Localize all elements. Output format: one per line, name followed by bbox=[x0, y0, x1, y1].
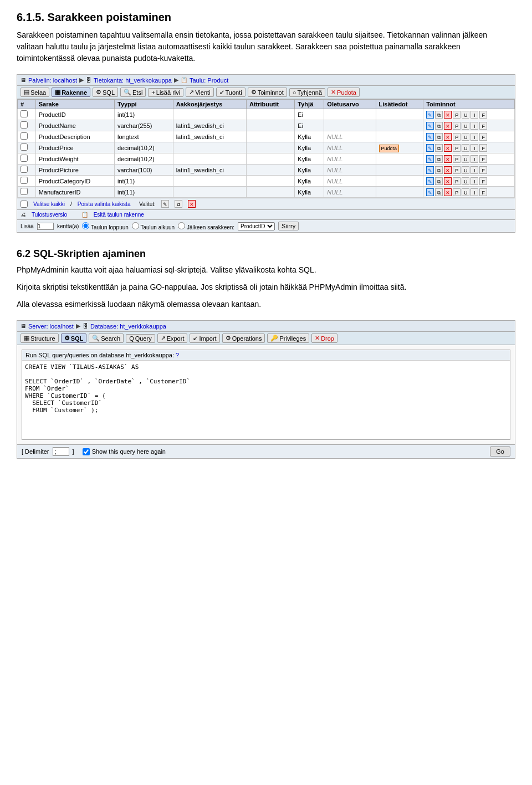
after-column-select[interactable]: ProductID bbox=[238, 222, 275, 230]
pma2-btn-import[interactable]: ↙ Import bbox=[190, 334, 219, 343]
row-checkbox-5[interactable] bbox=[21, 155, 28, 162]
edit-icon[interactable]: ✎ bbox=[426, 188, 434, 196]
pma1-btn-sql[interactable]: ⚙ SQL bbox=[93, 88, 118, 97]
copy-icon[interactable]: ⧉ bbox=[435, 144, 443, 152]
unique-icon[interactable]: U bbox=[462, 144, 469, 152]
help-icon[interactable]: ? bbox=[176, 352, 179, 358]
copy-icon[interactable]: ⧉ bbox=[435, 155, 443, 163]
pma2-btn-sql[interactable]: ⚙ SQL bbox=[61, 334, 87, 343]
pma2-server[interactable]: Server: localhost bbox=[28, 323, 74, 330]
select-all-checkbox[interactable] bbox=[21, 201, 28, 208]
index-icon[interactable]: I bbox=[470, 133, 478, 141]
primary-icon[interactable]: P bbox=[453, 122, 461, 130]
pma1-btn-tyhjenna[interactable]: ○ Tyhjennä bbox=[289, 88, 325, 97]
tulostus-link[interactable]: Tulostusversio bbox=[32, 212, 67, 218]
row-checkbox-4[interactable] bbox=[21, 143, 28, 151]
unique-icon[interactable]: U bbox=[462, 111, 469, 119]
delimiter-input[interactable] bbox=[53, 447, 69, 456]
pma2-btn-privileges[interactable]: 🔑 Privileges bbox=[267, 334, 309, 343]
radio-jalkeen[interactable] bbox=[178, 222, 185, 229]
delete-icon[interactable]: ✕ bbox=[444, 122, 452, 130]
index-icon[interactable]: I bbox=[470, 122, 478, 130]
radio-alkuun[interactable] bbox=[132, 222, 139, 229]
primary-icon[interactable]: P bbox=[453, 166, 461, 174]
unique-icon[interactable]: U bbox=[462, 122, 469, 130]
selected-icon1[interactable]: ✎ bbox=[161, 200, 169, 208]
copy-icon[interactable]: ⧉ bbox=[435, 177, 443, 185]
delete-icon[interactable]: ✕ bbox=[444, 155, 452, 163]
row-checkbox-2[interactable] bbox=[21, 121, 28, 129]
siirry-button[interactable]: Siirry bbox=[278, 222, 299, 230]
pma1-btn-vienti[interactable]: ↗ Vienti bbox=[186, 88, 213, 97]
delete-icon[interactable]: ✕ bbox=[444, 111, 452, 119]
primary-icon[interactable]: P bbox=[453, 144, 461, 152]
unique-icon[interactable]: U bbox=[462, 166, 469, 174]
pma1-server[interactable]: Palvelin: localhost bbox=[28, 77, 77, 84]
row-checkbox-3[interactable] bbox=[21, 132, 28, 140]
pma1-btn-selaa[interactable]: ▤ Selaa bbox=[21, 88, 49, 97]
go-button[interactable]: Go bbox=[490, 447, 510, 456]
fulltext-icon[interactable]: F bbox=[479, 111, 487, 119]
copy-icon[interactable]: ⧉ bbox=[435, 166, 443, 174]
select-all-label[interactable]: Valitse kaikki bbox=[33, 201, 65, 207]
pma1-btn-toiminnot[interactable]: ⚙ Toiminnot bbox=[248, 88, 287, 97]
edit-icon[interactable]: ✎ bbox=[426, 155, 434, 163]
edit-icon[interactable]: ✎ bbox=[426, 177, 434, 185]
row-checkbox-7[interactable] bbox=[21, 177, 28, 184]
pma2-btn-drop[interactable]: ✕ Drop bbox=[311, 334, 337, 343]
index-icon[interactable]: I bbox=[470, 155, 478, 163]
lisaa-count-input[interactable] bbox=[37, 223, 54, 230]
edit-icon[interactable]: ✎ bbox=[426, 111, 434, 119]
fulltext-icon[interactable]: F bbox=[479, 177, 487, 185]
pma1-btn-lisaa[interactable]: + Lisää rivi bbox=[148, 88, 183, 97]
selected-icon3[interactable]: ✕ bbox=[188, 200, 196, 208]
radio-loppuun[interactable] bbox=[82, 222, 89, 229]
fulltext-icon[interactable]: F bbox=[479, 122, 487, 130]
pma2-btn-search[interactable]: 🔍 Search bbox=[89, 334, 124, 343]
fulltext-icon[interactable]: F bbox=[479, 133, 487, 141]
pma2-btn-export[interactable]: ↗ Export bbox=[157, 334, 188, 343]
edit-icon[interactable]: ✎ bbox=[426, 166, 434, 174]
unique-icon[interactable]: U bbox=[462, 155, 469, 163]
delete-icon[interactable]: ✕ bbox=[444, 133, 452, 141]
delete-icon[interactable]: ✕ bbox=[444, 177, 452, 185]
fulltext-icon[interactable]: F bbox=[479, 144, 487, 152]
primary-icon[interactable]: P bbox=[453, 133, 461, 141]
row-checkbox-6[interactable] bbox=[21, 166, 28, 173]
index-icon[interactable]: I bbox=[470, 188, 478, 196]
copy-icon[interactable]: ⧉ bbox=[435, 133, 443, 141]
fulltext-icon[interactable]: F bbox=[479, 188, 487, 196]
row-checkbox-1[interactable] bbox=[21, 110, 28, 117]
pma1-btn-pudota[interactable]: ✕ Pudota bbox=[328, 88, 360, 97]
delete-icon[interactable]: ✕ bbox=[444, 166, 452, 174]
esita-link[interactable]: Esitä taulun rakenne bbox=[94, 212, 144, 218]
pma1-btn-tuonti[interactable]: ↙ Tuonti bbox=[216, 88, 245, 97]
index-icon[interactable]: I bbox=[470, 166, 478, 174]
selected-icon2[interactable]: ⧉ bbox=[175, 200, 182, 208]
primary-icon[interactable]: P bbox=[453, 155, 461, 163]
pma1-btn-rakenne[interactable]: ▦ Rakenne bbox=[52, 88, 90, 97]
edit-icon[interactable]: ✎ bbox=[426, 144, 434, 152]
fulltext-icon[interactable]: F bbox=[479, 155, 487, 163]
pma1-table[interactable]: Taulu: Product bbox=[190, 77, 228, 84]
pma1-db[interactable]: Tietokanta: ht_verkkokauppa bbox=[94, 77, 172, 84]
copy-icon[interactable]: ⧉ bbox=[435, 188, 443, 196]
pma2-db[interactable]: Database: ht_verkkokauppa bbox=[90, 323, 166, 330]
pma2-sql-textarea[interactable]: CREATE VIEW `TILAUS-ASIAKAS` AS SELECT `… bbox=[22, 361, 510, 438]
delete-icon[interactable]: ✕ bbox=[444, 144, 452, 152]
pma2-btn-structure[interactable]: ▦ Structure bbox=[21, 334, 59, 343]
unique-icon[interactable]: U bbox=[462, 177, 469, 185]
index-icon[interactable]: I bbox=[470, 177, 478, 185]
fulltext-icon[interactable]: F bbox=[479, 166, 487, 174]
pma1-btn-etsi[interactable]: 🔍 Etsi bbox=[120, 88, 146, 97]
index-icon[interactable]: I bbox=[470, 144, 478, 152]
edit-icon[interactable]: ✎ bbox=[426, 133, 434, 141]
primary-icon[interactable]: P bbox=[453, 188, 461, 196]
index-icon[interactable]: I bbox=[470, 111, 478, 119]
primary-icon[interactable]: P bbox=[453, 111, 461, 119]
delete-icon[interactable]: ✕ bbox=[444, 188, 452, 196]
row-checkbox-8[interactable] bbox=[21, 188, 28, 195]
pma2-btn-operations[interactable]: ⚙ Operations bbox=[222, 334, 265, 343]
edit-icon[interactable]: ✎ bbox=[426, 122, 434, 130]
pma2-btn-query[interactable]: Q Query bbox=[126, 334, 155, 343]
